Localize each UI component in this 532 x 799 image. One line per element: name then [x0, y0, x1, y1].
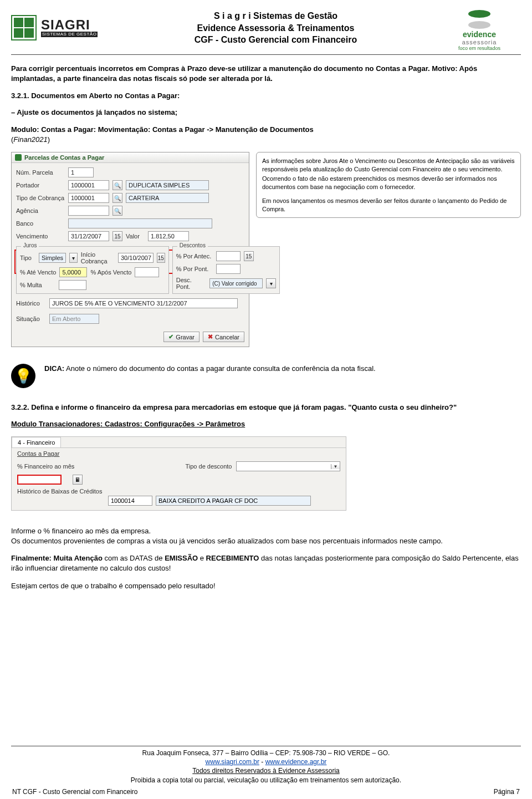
header-line-1: S i a g r i Sistemas de Gestão [114, 10, 438, 22]
footer-right: Página 7 [494, 788, 520, 796]
logo-siagri: SIAGRI SISTEMAS DE GESTÃO [11, 10, 114, 45]
lightbulb-icon: 💡 [11, 364, 35, 388]
calendar-icon[interactable]: 15 [112, 231, 122, 241]
logo-evidence-icon [463, 10, 496, 29]
input-vencimento[interactable]: 31/12/2007 [68, 231, 109, 241]
cancelar-button[interactable]: ✖Cancelar [203, 332, 244, 342]
header-line-3: CGF - Custo Gerencial com Financeiro [114, 34, 438, 46]
lbl-situacao: Situação [16, 315, 46, 322]
section-321-dash: – Ajuste os documentos já lançados no si… [11, 108, 521, 118]
paren-close: ) [48, 135, 50, 144]
gravar-button[interactable]: ✔Gravar [163, 332, 200, 342]
section-321-code: Finan2021 [13, 135, 47, 144]
logo-siagri-sub: SISTEMAS DE GESTÃO [41, 32, 98, 37]
closing-p3c: EMISSÃO [165, 554, 198, 562]
closing-p4: Estejam certos de que o trabalho é compe… [11, 581, 521, 591]
lookup-tipo-cobranca-icon[interactable]: 🔍 [112, 193, 122, 203]
input-hist-baixas-desc[interactable]: BAIXA CREDITO A PAGAR CF DOC [156, 496, 311, 506]
logo-siagri-name: SIAGRI [41, 18, 98, 32]
logo-evidence-name: evidence [438, 30, 521, 39]
closing-p2: Os documentos provenientes de compras a … [11, 536, 521, 546]
panel-descontos-caption: Descontos [177, 242, 208, 248]
footer-url-sep: - [259, 758, 265, 766]
info-callout: As informações sobre Juros Ate o Vencime… [256, 152, 521, 218]
cancelar-button-label: Cancelar [215, 334, 239, 340]
input-tipo-cobranca-desc[interactable]: CARTEIRA [126, 193, 209, 203]
section-322-nav: Modulo Transacionadores: Cadastros: Conf… [11, 419, 521, 429]
callout-p2: Ocorrendo o fato de não estarem preenchi… [262, 175, 515, 191]
window-icon [15, 154, 22, 161]
section-321-nav-path: Modulo: Contas a Pagar: Movimentação: Co… [11, 125, 314, 134]
closing-p3a: Finalmente: Muita Atenção [11, 554, 103, 562]
window-parcelas-titlebar: Parcelas de Contas a Pagar [12, 152, 249, 163]
input-desc-pont[interactable]: (C) Valor corrigido [209, 278, 263, 288]
tip-body: Anote o número do documento do contas a … [64, 364, 376, 373]
dropdown-tipo-icon[interactable]: ▾ [69, 253, 78, 263]
input-portador[interactable]: 1000001 [68, 180, 109, 190]
lbl-num-parcela: Núm. Parcela [16, 169, 65, 176]
logo-evidence-tag: foco em resultados [438, 45, 521, 51]
window-parametros: 4 - Financeiro Contas a Pagar % Financei… [11, 436, 346, 511]
footer-rights: Todos direitos Reservados à Evidence Ass… [11, 766, 521, 775]
footer-urls: www.siagri.com.br - www.evidence.agr.br [11, 757, 521, 766]
header-title-block: S i a g r i Sistemas de Gestão Evidence … [114, 10, 438, 46]
lbl-por-antec: % Por Antec. [176, 253, 213, 259]
lookup-portador-icon[interactable]: 🔍 [112, 180, 122, 190]
lbl-vencimento: Vencimento [16, 233, 65, 240]
page-header: SIAGRI SISTEMAS DE GESTÃO S i a g r i Si… [11, 10, 521, 55]
lbl-valor: Valor [126, 233, 145, 240]
footer-link-evidence[interactable]: www.evidence.agr.br [265, 758, 327, 766]
section-321-title: 3.2.1. Documentos em Aberto no Contas a … [11, 91, 521, 101]
lbl-portador: Portador [16, 182, 65, 189]
chevron-down-icon: ▼ [331, 464, 340, 469]
input-apos-vencto[interactable] [135, 267, 159, 277]
input-tipo[interactable]: Simples [39, 253, 66, 263]
input-perc-financeiro[interactable] [17, 475, 62, 485]
closing-p3e: RECEBIMENTO [206, 554, 259, 562]
input-portador-desc[interactable]: DUPLICATA SIMPLES [126, 180, 209, 190]
footer-left: NT CGF - Custo Gerencial com Financeiro [12, 788, 138, 796]
lbl-por-pont: % Por Pont. [176, 266, 213, 272]
calc-icon[interactable]: 🖩 [73, 475, 83, 485]
window-parcelas-title: Parcelas de Contas a Pagar [24, 154, 104, 161]
input-por-pont[interactable] [216, 264, 241, 274]
dropdown-desc-pont-icon[interactable]: ▾ [266, 278, 275, 288]
tab-row: 4 - Financeiro [12, 437, 346, 448]
input-banco[interactable] [68, 218, 212, 228]
panel-contas-pagar-caption: Contas a Pagar [12, 448, 346, 457]
input-por-antec[interactable] [216, 251, 241, 261]
logo-siagri-icon [11, 15, 37, 40]
closing-p1: Informe o % financeiro ao mês da empresa… [11, 526, 521, 536]
footer-link-siagri[interactable]: www.siagri.com.br [206, 758, 259, 766]
calendar-antec-icon[interactable]: 15 [244, 251, 254, 261]
calendar-inicio-icon[interactable]: 15 [157, 253, 165, 263]
lbl-desc-pont: Desc. Pont. [176, 277, 206, 290]
lbl-multa: % Multa [20, 282, 55, 288]
section-322-nav-path: Modulo Transacionadores: Cadastros: Conf… [11, 420, 245, 428]
lbl-banco: Banco [16, 220, 65, 227]
select-tipo-desconto[interactable]: ▼ [236, 461, 340, 471]
window-parcelas: Parcelas de Contas a Pagar Núm. Parcela … [11, 152, 249, 347]
input-inicio-cobranca[interactable]: 30/10/2007 [118, 253, 154, 263]
lbl-tipo-desconto: Tipo de desconto [186, 463, 232, 470]
lbl-tipo: Tipo [20, 255, 35, 261]
tab-financeiro[interactable]: 4 - Financeiro [12, 437, 61, 447]
page-footer: Rua Joaquim Fonseca, 377 – Bairro Odília… [11, 746, 521, 797]
input-valor[interactable]: 1.812,50 [148, 231, 189, 241]
header-line-2: Evidence Assessoria & Treinamentos [114, 22, 438, 34]
input-hist-baixas[interactable]: 1000014 [108, 496, 152, 506]
closing-p3b: com as DATAS de [103, 554, 165, 562]
input-historico[interactable]: JUROS DE 5% ATE O VENCIMENTO 31/12/2007 [49, 298, 238, 308]
input-tipo-cobranca[interactable]: 1000001 [68, 193, 109, 203]
input-agencia[interactable] [68, 206, 109, 216]
closing-p3d: e [198, 554, 206, 562]
lookup-agencia-icon[interactable]: 🔍 [112, 206, 122, 216]
close-icon: ✖ [208, 333, 213, 340]
intro-paragraph: Para corrigir percentuais incorretos em … [11, 64, 521, 83]
input-ate-vencto[interactable]: 5,0000 [59, 267, 87, 277]
intro-paragraph-text: Para corrigir percentuais incorretos em … [11, 64, 477, 83]
input-num-parcela[interactable]: 1 [68, 167, 94, 177]
input-multa[interactable] [59, 280, 86, 290]
input-situacao[interactable]: Em Aberto [49, 314, 99, 324]
logo-evidence: evidence assessoria foco em resultados [438, 10, 521, 51]
